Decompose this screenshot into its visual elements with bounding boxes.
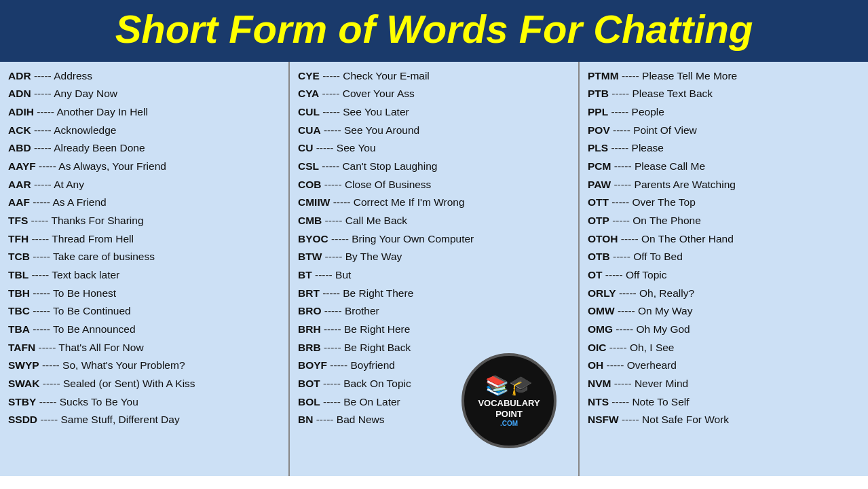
abbr-meaning: To Be Announced <box>53 323 136 335</box>
abbr-dashes: ----- <box>610 251 633 262</box>
abbr-meaning: As A Friend <box>52 196 106 208</box>
abbr-meaning: Sealed (or Sent) With A Kiss <box>63 378 195 389</box>
list-item: OMG ----- Oh My God <box>588 321 860 339</box>
abbr-meaning: Off To Bed <box>633 251 683 262</box>
list-item: PPL ----- People <box>588 103 860 122</box>
abbr-dashes: ----- <box>321 179 344 190</box>
abbr-code: BRO <box>298 305 321 316</box>
abbr-dashes: ----- <box>320 70 343 82</box>
abbr-dashes: ----- <box>611 378 634 389</box>
list-item: ADN ----- Any Day Now <box>8 85 280 103</box>
list-item: CSL ----- Can't Stop Laughing <box>298 158 570 176</box>
abbr-dashes: ----- <box>30 251 53 262</box>
list-item: ACK ----- Acknowledge <box>8 122 280 140</box>
abbr-meaning: Be Right There <box>343 287 413 299</box>
abbr-meaning: See You Later <box>343 106 409 117</box>
abbr-meaning: Be Right Back <box>344 342 411 353</box>
abbr-code: TCB <box>8 251 30 262</box>
header: Short Form of Words For Chatting <box>0 0 868 62</box>
abbr-meaning: Another Day In Hell <box>56 106 147 117</box>
abbr-dashes: ----- <box>616 287 639 299</box>
abbr-dashes: ----- <box>34 106 57 117</box>
abbr-code: CUA <box>298 124 321 136</box>
list-item: BRT ----- Be Right There <box>298 285 570 303</box>
abbr-code: ADIH <box>8 106 34 117</box>
list-item: OMW ----- On My Way <box>588 302 860 321</box>
abbr-code: SSDD <box>8 414 37 425</box>
abbr-meaning: Be Right Here <box>344 323 410 335</box>
abbr-code: AAR <box>8 179 31 190</box>
abbr-dashes: ----- <box>31 142 54 153</box>
abbr-code: TBA <box>8 323 30 335</box>
abbr-meaning: See You <box>337 142 376 153</box>
abbr-dashes: ----- <box>36 396 59 408</box>
list-item: NVM ----- Never Mind <box>588 375 860 393</box>
abbr-dashes: ----- <box>313 142 336 153</box>
abbr-meaning: Thread From Hell <box>52 233 134 244</box>
abbr-meaning: Cover Your Ass <box>343 88 415 99</box>
abbr-code: OTP <box>588 215 609 226</box>
abbr-meaning: Can't Stop Laughing <box>342 160 437 172</box>
column-3: PTMM ----- Please Tell Me MorePTB ----- … <box>580 62 868 476</box>
abbr-dashes: ----- <box>611 179 634 190</box>
list-item: AAF ----- As A Friend <box>8 194 280 212</box>
abbr-dashes: ----- <box>609 396 632 408</box>
list-item: AAYF ----- As Always, Your Friend <box>8 158 280 176</box>
abbr-meaning: So, What's Your Problem? <box>62 359 185 371</box>
abbr-code: CYA <box>298 88 319 99</box>
list-item: STBY ----- Sucks To Be You <box>8 393 280 412</box>
abbr-meaning: Same Stuff, Different Day <box>61 414 180 425</box>
watermark-line1: VOCABULARY <box>478 398 540 409</box>
abbr-dashes: ----- <box>39 359 62 371</box>
list-item: OTP ----- On The Phone <box>588 212 860 230</box>
abbr-dashes: ----- <box>603 269 626 280</box>
abbr-code: TFH <box>8 233 29 244</box>
abbr-dashes: ----- <box>610 124 633 136</box>
list-item: TFH ----- Thread From Hell <box>8 230 280 249</box>
list-item: OIC ----- Oh, I See <box>588 339 860 357</box>
abbr-dashes: ----- <box>619 70 642 82</box>
list-item: PTMM ----- Please Tell Me More <box>588 67 860 86</box>
abbr-dashes: ----- <box>327 359 350 371</box>
abbr-dashes: ----- <box>30 305 53 316</box>
abbr-meaning: Parents Are Watching <box>635 179 736 190</box>
abbr-code: OTB <box>588 251 610 262</box>
abbr-meaning: Boyfriend <box>350 359 394 371</box>
abbr-code: STBY <box>8 396 36 408</box>
abbr-meaning: Oh, I See <box>630 342 674 353</box>
abbr-dashes: ----- <box>613 323 636 335</box>
list-item: PLS ----- Please <box>588 139 860 158</box>
abbr-dashes: ----- <box>321 342 344 353</box>
abbr-meaning: Acknowledge <box>54 124 116 136</box>
list-item: SWYP ----- So, What's Your Problem? <box>8 357 280 375</box>
list-item: ORLY ----- Oh, Really? <box>588 285 860 303</box>
abbr-code: SWAK <box>8 378 40 389</box>
list-item: OT ----- Off Topic <box>588 266 860 285</box>
abbr-dashes: ----- <box>29 269 52 280</box>
abbr-dashes: ----- <box>320 378 343 389</box>
abbr-code: BRB <box>298 342 321 353</box>
abbr-meaning: On My Way <box>638 305 692 316</box>
abbr-meaning: See You Around <box>344 124 419 136</box>
abbr-meaning: Sucks To Be You <box>60 396 138 408</box>
list-item: TBA ----- To Be Announced <box>8 321 280 339</box>
list-item: TFS ----- Thanks For Sharing <box>8 212 280 230</box>
abbr-meaning: Text back later <box>52 269 119 280</box>
abbr-code: BRH <box>298 323 321 335</box>
abbr-dashes: ----- <box>31 179 54 190</box>
abbr-dashes: ----- <box>611 160 634 172</box>
list-item: CYE ----- Check Your E-mail <box>298 67 570 86</box>
list-item: COB ----- Close Of Business <box>298 176 570 194</box>
list-item: CUA ----- See You Around <box>298 122 570 140</box>
abbr-dashes: ----- <box>608 106 631 117</box>
abbr-dashes: ----- <box>619 414 642 425</box>
abbr-dashes: ----- <box>609 88 632 99</box>
abbr-meaning: Brother <box>345 305 379 316</box>
abbr-code: POV <box>588 124 610 136</box>
abbr-dashes: ----- <box>312 269 335 280</box>
abbr-dashes: ----- <box>321 124 344 136</box>
abbr-code: OIC <box>588 342 607 353</box>
abbr-meaning: Oh My God <box>636 323 690 335</box>
abbr-meaning: Please Text Back <box>632 88 713 99</box>
list-item: CUL ----- See You Later <box>298 103 570 122</box>
